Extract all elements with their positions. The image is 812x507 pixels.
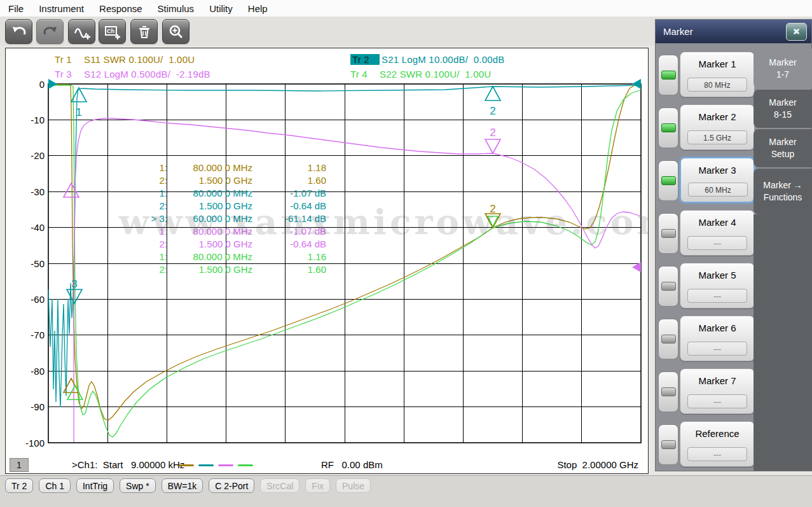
- marker-1-label: Marker 1: [680, 59, 754, 69]
- tab-marker-setup[interactable]: MarkerSetup: [754, 129, 812, 167]
- marker-2-button[interactable]: Marker 21.5 GHz: [680, 104, 755, 150]
- trace-label-tr2[interactable]: Tr 2S21 LogM 10.00dB/ 0.00dB: [350, 54, 504, 65]
- stop-label: Stop: [557, 459, 577, 470]
- marker-1-button[interactable]: Marker 180 MHz: [680, 52, 755, 97]
- chart-marker-label: 3: [71, 278, 77, 290]
- status-inttrig[interactable]: IntTrig: [76, 478, 114, 493]
- marker-readout-row: > 3:60.000 0 MHz-61.14 dB: [139, 212, 326, 225]
- marker-6-toggle[interactable]: [658, 319, 678, 359]
- marker-5-toggle[interactable]: [658, 266, 678, 307]
- marker-readout: 1:80.000 0 MHz1.182:1.500 0 GHz1.601:80.…: [139, 162, 326, 276]
- status-pulse: Pulse: [336, 478, 371, 493]
- reference-button[interactable]: Reference---: [680, 421, 755, 467]
- tab-marker-1-7[interactable]: Marker1-7: [754, 48, 812, 88]
- trace-id-badge: Tr 2: [350, 54, 380, 65]
- status-ch-1[interactable]: Ch 1: [39, 478, 71, 493]
- marker-readout-row: 2:1.500 0 GHz-0.64 dB: [139, 200, 326, 212]
- menu-item-response[interactable]: Response: [99, 3, 142, 14]
- menu-item-instrument[interactable]: Instrument: [39, 3, 84, 14]
- marker-7-button[interactable]: Marker 7---: [680, 368, 755, 414]
- trace-id-badge: Tr 4: [350, 69, 380, 80]
- undo-icon: [11, 24, 27, 40]
- marker-2-toggle[interactable]: [658, 108, 678, 148]
- marker-1-toggle[interactable]: [658, 55, 678, 95]
- menu-item-utility[interactable]: Utility: [209, 3, 233, 14]
- delete-button[interactable]: [130, 19, 158, 44]
- tab-label-line: Marker: [754, 57, 812, 69]
- y-axis-tick-label: -30: [31, 186, 45, 197]
- tab-column-filler: [754, 214, 812, 471]
- marker-number: 1:: [139, 225, 167, 238]
- stop-value: 2.00000 GHz: [582, 459, 638, 470]
- menu-item-file[interactable]: File: [8, 3, 24, 14]
- menu-item-stimulus[interactable]: Stimulus: [158, 3, 195, 14]
- tab-label-line: Functions: [754, 191, 812, 204]
- rf-value: 0.00 dBm: [342, 459, 383, 470]
- marker-7-toggle[interactable]: [658, 372, 678, 412]
- add-channel-button[interactable]: Ch: [99, 19, 126, 44]
- marker-frequency: 1.500 0 GHz: [167, 200, 252, 212]
- chart-marker-triangle[interactable]: [485, 87, 500, 101]
- status-tr-2[interactable]: Tr 2: [5, 478, 33, 493]
- trace-format-label: S21 LogM 10.00dB/ 0.00dB: [382, 54, 504, 65]
- marker-3-button[interactable]: Marker 360 MHz: [680, 157, 755, 203]
- marker-4-button[interactable]: Marker 4---: [680, 210, 755, 256]
- marker-1-toggle-led: [661, 71, 676, 80]
- marker-frequency: 60.000 0 MHz: [167, 212, 252, 225]
- y-axis-tick-label: -50: [31, 258, 45, 269]
- status-bar: Tr 2Ch 1IntTrigSwp *BW=1kC 2-PortSrcCalF…: [0, 475, 812, 507]
- tab-marker-8-15[interactable]: Marker8-15: [754, 90, 812, 128]
- legend-dash-tr3: [218, 464, 233, 466]
- tab-label-line: Marker: [754, 97, 812, 109]
- add-trace-button[interactable]: [68, 19, 95, 44]
- chart-marker-triangle[interactable]: [67, 289, 82, 303]
- marker-6-button[interactable]: Marker 6---: [680, 316, 755, 361]
- marker-3-toggle-led: [661, 176, 676, 185]
- reference-level-arrow[interactable]: [632, 79, 641, 89]
- marker-3-label: Marker 3: [681, 165, 754, 176]
- status-c-2-port[interactable]: C 2-Port: [209, 478, 254, 493]
- marker-number: > 3:: [139, 212, 167, 225]
- chart-marker-triangle[interactable]: [64, 183, 79, 197]
- marker-3-toggle[interactable]: [658, 160, 678, 201]
- marker-5-button[interactable]: Marker 5---: [680, 263, 755, 309]
- undo-button[interactable]: [5, 19, 32, 44]
- close-button[interactable]: ×: [786, 23, 807, 41]
- tab-label-line: 1-7: [754, 69, 812, 81]
- trace-label-tr4[interactable]: Tr 4S22 SWR 0.100U/ 1.00U: [350, 69, 491, 80]
- marker-2-label: Marker 2: [680, 111, 754, 122]
- y-axis-tick-label: -40: [31, 222, 45, 233]
- status-swp-[interactable]: Swp *: [120, 478, 156, 493]
- tab-marker-functions[interactable]: Marker →Functions: [754, 169, 812, 214]
- trace-label-tr1[interactable]: Tr 1S11 SWR 0.100U/ 1.00U: [55, 54, 195, 65]
- reference-value: ---: [687, 447, 747, 461]
- tab-label-line: Setup: [754, 148, 812, 160]
- marker-value: 1.18: [252, 162, 326, 174]
- status-bw-1k[interactable]: BW=1k: [162, 478, 203, 493]
- panel-title: Marker: [663, 26, 693, 37]
- marker-5-label: Marker 5: [680, 270, 754, 281]
- marker-2-value: 1.5 GHz: [687, 130, 747, 144]
- chart-area[interactable]: 0-10-20-30-40-50-60-70-80-90-10012223: [6, 48, 648, 473]
- tab-label-line: Marker: [754, 136, 812, 148]
- marker-value: 1.60: [252, 174, 326, 187]
- marker-readout-row: 1:80.000 0 MHz1.16: [139, 251, 326, 263]
- chart-marker-label: 2: [490, 203, 495, 215]
- trace-label-tr3[interactable]: Tr 3S12 LogM 0.500dB/ -2.19dB: [55, 69, 210, 80]
- marker-6-value: ---: [687, 342, 747, 356]
- marker-readout-row: 2:1.500 0 GHz-0.64 dB: [139, 238, 326, 251]
- chart-marker-label: 1: [76, 106, 81, 118]
- marker-value: -61.14 dB: [252, 212, 326, 225]
- reference-label: Reference: [680, 428, 754, 439]
- chart-marker-label: 2: [490, 105, 495, 117]
- reference-level-arrow[interactable]: [48, 79, 57, 89]
- reference-toggle[interactable]: [658, 424, 678, 465]
- zoom-button[interactable]: [162, 19, 189, 44]
- menu-item-help[interactable]: Help: [248, 3, 268, 14]
- channel-badge[interactable]: 1: [10, 458, 29, 472]
- marker-value: -1.07 dB: [252, 225, 326, 238]
- chart-marker-triangle[interactable]: [485, 139, 500, 153]
- plot-container: 0-10-20-30-40-50-60-70-80-90-10012223 1:…: [5, 48, 649, 474]
- marker-4-toggle[interactable]: [658, 213, 678, 254]
- marker-6-label: Marker 6: [680, 323, 754, 333]
